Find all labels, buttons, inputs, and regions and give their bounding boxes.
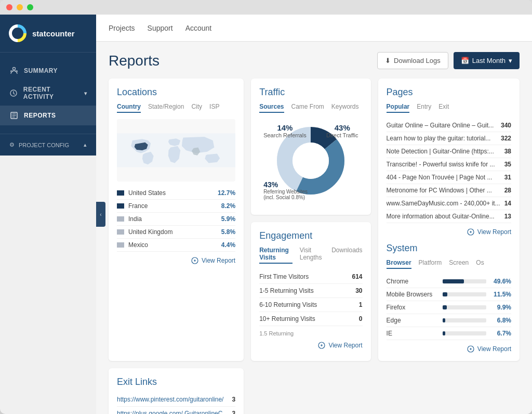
minimize-button[interactable] <box>17 4 23 10</box>
sidebar-item-recent[interactable]: RECENT ACTIVITY ▾ <box>0 81 96 106</box>
tab-isp[interactable]: ISP <box>209 103 219 113</box>
engagement-view-report[interactable]: View Report <box>259 342 362 349</box>
period-selector-button[interactable]: 📅 Last Month ▾ <box>454 52 520 69</box>
download-icon: ⬇ <box>385 57 391 64</box>
browser-chrome: Chrome <box>387 278 438 285</box>
tab-came-from[interactable]: Came From <box>291 103 324 113</box>
page-count-0: 340 <box>501 122 511 129</box>
pages-row-3: Transcribe! - Powerful swiss knife for .… <box>387 158 511 171</box>
tab-sources[interactable]: Sources <box>259 103 284 113</box>
system-view-report[interactable]: View Report <box>387 345 511 353</box>
pct-chrome: 49.6% <box>490 278 511 285</box>
close-button[interactable] <box>6 4 12 10</box>
country-pct-mx: 4.4% <box>221 241 235 249</box>
pages-view-report[interactable]: View Report <box>387 228 511 236</box>
locations-view-report[interactable]: View Report <box>117 257 235 264</box>
engagement-count-2: 1 <box>359 301 363 308</box>
tab-platform[interactable]: Platform <box>419 259 442 269</box>
exit-link-url-0: https://www.pinterest.com/guitaronline/ <box>117 396 228 403</box>
main-content: Projects Support Account Reports ⬇ Downl… <box>96 15 532 414</box>
browser-mobile: Mobile Browsers <box>387 291 438 298</box>
download-logs-button[interactable]: ⬇ Download Logs <box>377 52 448 69</box>
system-section: System Browser Platform Screen Os Chrome <box>387 243 511 353</box>
tab-city[interactable]: City <box>191 103 202 113</box>
engagement-row-3: 10+ Returning Visits 0 <box>259 312 362 326</box>
browser-edge: Edge <box>387 317 438 324</box>
sidebar-label-summary: SUMMARY <box>24 67 58 74</box>
topbar-support[interactable]: Support <box>148 24 173 32</box>
svg-point-12 <box>292 143 329 179</box>
titlebar <box>0 0 532 15</box>
tab-country[interactable]: Country <box>117 103 141 113</box>
system-tabs: Browser Platform Screen Os <box>387 259 511 269</box>
flag-mx <box>117 242 124 248</box>
pct-ie: 6.7% <box>490 330 511 337</box>
tab-returning-visits[interactable]: Returning Visits <box>259 247 292 264</box>
sidebar-item-reports[interactable]: REPORTS <box>0 106 96 125</box>
country-pct-uk: 5.8% <box>221 228 235 236</box>
engagement-count-3: 0 <box>359 315 363 322</box>
pages-title: Pages <box>387 87 511 98</box>
pct-edge: 6.8% <box>490 317 511 324</box>
engagement-card: Engagement Returning Visits Visit Length… <box>251 222 370 361</box>
pages-tabs: Popular Entry Exit <box>387 103 511 113</box>
tab-state-region[interactable]: State/Region <box>148 103 184 113</box>
logo-icon <box>8 24 27 43</box>
chevron-down-icon: ▾ <box>509 57 512 64</box>
engagement-row-0: First Time Visitors 614 <box>259 270 362 284</box>
page-count-6: 14 <box>504 200 511 207</box>
pages-row-5: Metronome for PC Windows | Other ... 28 <box>387 184 511 197</box>
chevron-down-icon: ▾ <box>84 90 87 96</box>
sidebar-collapse-button[interactable]: ‹ <box>96 202 105 227</box>
tab-entry[interactable]: Entry <box>417 103 431 113</box>
tab-downloads[interactable]: Downloads <box>331 247 362 264</box>
header-actions: ⬇ Download Logs 📅 Last Month ▾ <box>377 52 520 69</box>
page-title-1: Learn how to play the guitar: tutorial..… <box>387 135 497 142</box>
topbar-nav: Projects Support Account <box>109 24 211 32</box>
browser-row-mobile: Mobile Browsers 11.5% <box>387 288 511 301</box>
engagement-row-1: 1-5 Returning Visits 30 <box>259 284 362 298</box>
maximize-button[interactable] <box>27 4 33 10</box>
country-list: United States 12.7% France 8.2% India <box>117 187 235 252</box>
flag-uk <box>117 229 124 235</box>
content-header: Reports ⬇ Download Logs 📅 Last Month ▾ <box>109 52 520 69</box>
pages-row-7: More information about Guitar-Online... … <box>387 210 511 223</box>
pages-card: Pages Popular Entry Exit Guitar Online –… <box>378 79 520 361</box>
tab-visit-lengths[interactable]: Visit Lengths <box>300 247 324 264</box>
browser-row-ie: IE 6.7% <box>387 327 511 340</box>
sidebar-item-summary[interactable]: SUMMARY <box>0 61 96 81</box>
page-count-2: 38 <box>504 148 511 155</box>
direct-traffic-label: 43% Direct Traffic <box>326 123 358 138</box>
topbar-account[interactable]: Account <box>185 24 212 32</box>
search-referrals-label: 14% Search Referrals <box>263 123 307 138</box>
country-row-us: United States 12.7% <box>117 187 235 200</box>
chevron-up-icon: ▴ <box>84 141 87 148</box>
locations-tabs: Country State/Region City ISP <box>117 103 235 113</box>
sidebar: statcounter SUMMARY <box>0 15 96 156</box>
sidebar-label-reports: REPORTS <box>24 112 56 119</box>
sidebar-label-recent: RECENT ACTIVITY <box>23 86 79 100</box>
page-title-2: Note Detection | Guitar-Online (https:..… <box>387 148 500 155</box>
sidebar-footer[interactable]: ⚙ PROJECT CONFIG ▴ <box>0 134 96 156</box>
exit-link-count-1: 3 <box>232 410 235 414</box>
tab-browser[interactable]: Browser <box>387 259 411 269</box>
page-title-5: Metronome for PC Windows | Other ... <box>387 187 500 194</box>
engagement-count-1: 30 <box>355 287 362 294</box>
engagement-label-2: 6-10 Returning Visits <box>259 301 359 308</box>
tab-os[interactable]: Os <box>476 259 484 269</box>
bar-mobile <box>443 292 486 296</box>
tab-keywords[interactable]: Keywords <box>331 103 359 113</box>
page-title: Reports <box>109 53 159 69</box>
topbar-projects[interactable]: Projects <box>109 24 135 32</box>
flag-us <box>117 190 124 196</box>
app-window: statcounter SUMMARY <box>0 0 532 414</box>
tab-popular[interactable]: Popular <box>387 103 410 113</box>
page-title-6: www.SameDayMusic.com - 240,000+ it... <box>387 200 500 207</box>
engagement-label-0: First Time Visitors <box>259 273 352 280</box>
flag-fr <box>117 203 124 209</box>
tab-screen[interactable]: Screen <box>449 259 469 269</box>
tab-exit[interactable]: Exit <box>438 103 449 113</box>
pages-row-4: 404 - Page Non Trouvée | Page Not ... 31 <box>387 171 511 184</box>
pages-list: Guitar Online – Guitare Online – Guit...… <box>387 119 511 223</box>
world-map-svg <box>117 119 235 182</box>
